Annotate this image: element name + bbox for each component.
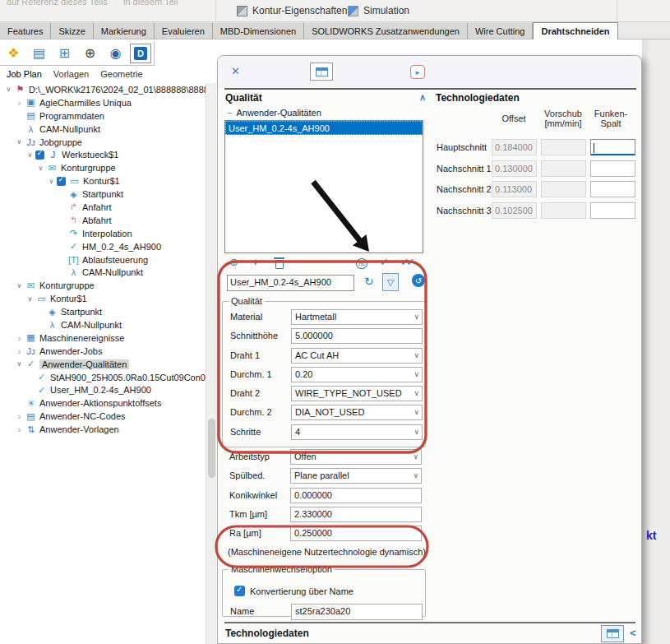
machine-name-input[interactable]: st25ra230a20 xyxy=(291,604,423,620)
checkbox-checked-icon[interactable] xyxy=(35,151,44,160)
funkenspalt-field-3[interactable] xyxy=(590,181,635,197)
spülbed-select[interactable]: Plane parallel∨ xyxy=(290,468,422,484)
kontur-properties-button[interactable]: Kontur-Eigenschaften xyxy=(237,2,347,19)
durchm-1-select[interactable]: 0.20∨ xyxy=(291,367,423,382)
tab-evaluieren[interactable]: Evaluieren xyxy=(155,22,213,39)
expand-icon[interactable]: › xyxy=(14,98,25,108)
tree-item-user-hm-0-2-4s-ah900[interactable]: ✓User_HM_0.2-4s_AH900 xyxy=(0,383,206,396)
ra-m-input[interactable]: 0.250000 xyxy=(290,526,422,541)
tree-item-kontur-1[interactable]: ∨▭Kontur$1 xyxy=(0,174,206,188)
expand-icon[interactable]: › xyxy=(14,333,25,343)
konikwinkel-input[interactable]: 0.000000 xyxy=(290,488,422,503)
tree-item-cam-nullpunkt[interactable]: λCAM-Nullpunkt xyxy=(0,266,206,279)
material-select[interactable]: Hartmetall∨ xyxy=(291,309,423,325)
cam-tab-icon[interactable]: D xyxy=(130,44,151,63)
durchm-2-select[interactable]: DIA_NOT_USED∨ xyxy=(291,405,423,420)
tree-item-agiecharmilles-uniqua[interactable]: ›▣AgieCharmilles Uniqua xyxy=(0,96,206,109)
tree-item-werkstueck-1[interactable]: ∨JWerkstueck$1 xyxy=(0,148,206,161)
tab-drahtschneiden[interactable]: Drahtschneiden xyxy=(533,22,617,39)
add-circle-icon[interactable]: ⊕ xyxy=(229,256,238,268)
tab-features[interactable]: Features xyxy=(0,22,51,39)
trash-icon[interactable] xyxy=(275,260,284,269)
tree-item-anwender-jobs[interactable]: ›JᴊAnwender-Jobs xyxy=(0,345,206,358)
quality-name-input[interactable]: User_HM_0.2-4s_AH900 xyxy=(227,275,354,291)
collapse-section-icon[interactable]: ∧ xyxy=(419,92,426,103)
feature-tree-icon[interactable]: ▤ xyxy=(28,43,50,63)
close-icon[interactable]: ✕ xyxy=(231,65,240,77)
funkenspalt-field-1[interactable] xyxy=(590,139,635,155)
draht-2-select[interactable]: WIRE_TYPE_NOT_USED∨ xyxy=(291,386,423,401)
convert-by-name-row[interactable]: Konvertierung über Name xyxy=(234,586,353,596)
tree-item-interpolation[interactable]: ↷Interpolation xyxy=(0,227,206,240)
origin-icon[interactable]: ⊕ xyxy=(79,43,101,63)
apply-icon[interactable]: ↺ xyxy=(412,274,425,287)
tree-item-anwender-vorlagen[interactable]: ›⇅Anwender-Vorlagen xyxy=(0,423,206,436)
arbeitstyp-select[interactable]: Offen∨ xyxy=(290,449,422,465)
checkbox-checked-icon[interactable] xyxy=(234,586,245,596)
tree-item-konturgruppe[interactable]: ∨✉Konturgruppe xyxy=(0,279,206,292)
tree-item-cam-nullpunkt[interactable]: λCAM-Nullpunkt xyxy=(0,123,206,136)
tree-item-stah900-25h005-0ra0-15cut09con0-0v1c[interactable]: ✓StAH900_25H005.0Ra0.15Cut09Con0.0V1C xyxy=(0,371,206,384)
expand-icon[interactable]: ∨ xyxy=(46,178,57,185)
tab-mbd-dimensionen[interactable]: MBD-Dimensionen xyxy=(213,22,304,39)
list-item-quality[interactable]: User_HM_0.2-4s_AH900 xyxy=(225,121,423,135)
double-check-icon[interactable]: ✓✓ xyxy=(400,256,412,268)
checkbox-checked-icon[interactable] xyxy=(57,177,66,186)
qualities-listbox[interactable]: User_HM_0.2-4s_AH900 xyxy=(224,120,423,253)
draht-1-select[interactable]: AC Cut AH∨ xyxy=(291,348,423,364)
tree-tab-geometrie[interactable]: Geometrie xyxy=(95,67,147,81)
schritte-select[interactable]: 4∨ xyxy=(291,424,423,440)
funkenspalt-field-4[interactable] xyxy=(590,202,635,219)
expand-icon[interactable]: ∨ xyxy=(25,295,35,303)
tab-markierung[interactable]: Markierung xyxy=(94,22,155,39)
vorschub-field-3[interactable] xyxy=(541,181,586,197)
vorschub-field-1[interactable] xyxy=(541,139,586,155)
expand-icon[interactable]: ∨ xyxy=(14,282,25,290)
footer-table-button[interactable] xyxy=(601,625,624,642)
tree-item-kontur-1[interactable]: ∨▭Kontur$1 xyxy=(0,292,206,305)
tree-item-anwender-aktionspunktoffsets[interactable]: ✳Anwender-Aktionspunktoffsets xyxy=(0,396,206,410)
tree-item-startpunkt[interactable]: ◈Startpunkt xyxy=(0,305,206,318)
plus-icon[interactable]: + xyxy=(252,256,259,268)
expand-icon[interactable]: ∨ xyxy=(14,138,25,146)
schnitthöhe-input[interactable]: 5.000000 xyxy=(291,328,423,344)
table-view-button[interactable] xyxy=(310,63,333,81)
tkm-m-input[interactable]: 2.330000 xyxy=(290,507,422,522)
expand-icon[interactable]: ∨ xyxy=(14,360,25,368)
expand-icon[interactable]: ∨ xyxy=(35,164,46,172)
tree-item-hm-0-2-4s-ah900[interactable]: ✓HM_0.2_4s_AH900 xyxy=(0,240,206,253)
tree-item-maschinenereignisse[interactable]: ›▦Maschinenereignisse xyxy=(0,331,206,345)
tree-item-ablaufsteuerung[interactable]: [T]Ablaufsteuerung xyxy=(0,253,206,266)
tree-item-programmdaten[interactable]: ▤Programmdaten xyxy=(0,109,206,123)
scrollbar-thumb[interactable] xyxy=(208,419,215,478)
tree-item-startpunkt[interactable]: ◈Startpunkt xyxy=(0,188,206,201)
tree-item-anwender-qualitäten[interactable]: ∨✓Anwender-Qualitäten xyxy=(0,358,206,371)
play-button[interactable]: ▸ xyxy=(410,65,425,79)
nc-circle-icon[interactable]: nc xyxy=(356,258,367,269)
sphere-icon[interactable]: ◉ xyxy=(104,43,127,63)
collapse-left-icon[interactable]: < xyxy=(630,627,636,639)
tree-item-abfahrt[interactable]: ↰Abfahrt xyxy=(0,214,206,227)
collapse-minus-icon[interactable]: − xyxy=(227,108,232,118)
tab-skizze[interactable]: Skizze xyxy=(51,22,93,39)
vorschub-field-2[interactable] xyxy=(541,160,586,177)
funkenspalt-field-2[interactable] xyxy=(590,160,635,177)
tree-tab-job-plan[interactable]: Job Plan xyxy=(2,67,47,81)
tree-item-cam-nullpunkt[interactable]: λCAM-Nullpunkt xyxy=(0,318,206,331)
check-icon[interactable]: ✓ xyxy=(380,256,389,268)
part-icon[interactable]: ❖ xyxy=(2,43,25,63)
tab-wire-cutting[interactable]: Wire Cutting xyxy=(468,22,534,39)
tree-item-anwender-nc-codes[interactable]: ›▤Anwender-NC-Codes xyxy=(0,410,206,423)
tree-item-anfahrt[interactable]: ↱Anfahrt xyxy=(0,201,206,214)
expand-icon[interactable]: › xyxy=(14,411,25,421)
expand-icon[interactable]: › xyxy=(14,346,25,356)
expand-icon[interactable]: ∨ xyxy=(3,86,14,93)
hierarchy-icon[interactable]: ⊞ xyxy=(53,43,76,63)
tree-item-d-work-k2176-2024-02-01-888888-888888[interactable]: ∨⚑D:\_WORK\k2176\2024_02_01\888888\88888… xyxy=(0,83,206,96)
expand-icon[interactable]: ∨ xyxy=(25,151,35,159)
filter-button[interactable]: ▽ xyxy=(382,273,399,291)
tab-solidworks-zusatzanwendungen[interactable]: SOLIDWORKS Zusatzanwendungen xyxy=(304,22,468,39)
tree-scrollbar[interactable] xyxy=(206,83,216,644)
tree-item-konturgruppe[interactable]: ∨✉Konturgruppe xyxy=(0,161,206,174)
refresh-icon[interactable]: ↻ xyxy=(364,275,374,288)
